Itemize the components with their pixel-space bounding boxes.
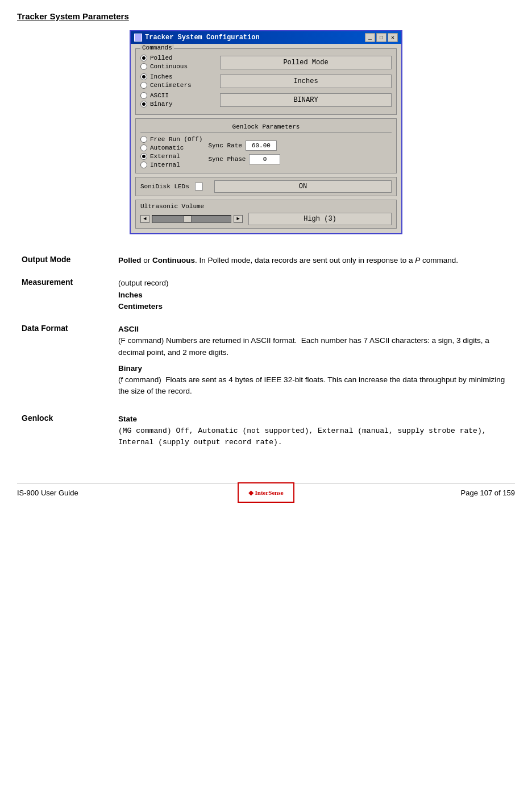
sync-rate-input[interactable] bbox=[246, 140, 277, 151]
genlock-paragraph: State (MG command) Off, Automatic (not s… bbox=[118, 413, 510, 448]
automatic-label: Automatic bbox=[150, 144, 184, 151]
sync-rate-row: Sync Rate bbox=[208, 140, 280, 151]
table-row: Output Mode Polled or Continuous. In Pol… bbox=[17, 251, 515, 274]
footer-right: Page 107 of 159 bbox=[461, 489, 515, 497]
term-output-mode: Output Mode bbox=[17, 251, 114, 274]
table-row: Measurement (output record) Inches Centi… bbox=[17, 274, 515, 320]
ultrasonic-top: Ultrasonic Volume bbox=[140, 203, 392, 210]
slider-track[interactable] bbox=[152, 215, 231, 223]
ascii-radio[interactable] bbox=[140, 92, 147, 99]
genlock-layout: Free Run (Off) Automatic External bbox=[140, 136, 392, 168]
sonidisk-row: SoniDisk LEDs ON bbox=[135, 177, 397, 196]
ultrasonic-label: Ultrasonic Volume bbox=[140, 203, 204, 210]
output-mode-section: Polled Continuous Polled Mode bbox=[140, 55, 392, 70]
continuous-label: Continuous bbox=[150, 63, 188, 70]
internal-radio[interactable] bbox=[140, 162, 147, 168]
titlebar-buttons: _ □ ✕ bbox=[365, 33, 398, 42]
term-measurement: Measurement bbox=[17, 274, 114, 320]
polled-option[interactable]: Polled bbox=[140, 55, 209, 61]
sync-rate-label: Sync Rate bbox=[208, 142, 242, 149]
centimeters-bold: Centimeters bbox=[118, 302, 163, 311]
content-table: Output Mode Polled or Continuous. In Pol… bbox=[17, 251, 515, 461]
genlock-title: Genlock Parameters bbox=[140, 123, 392, 133]
ultrasonic-controls: ◄ ► High (3) bbox=[140, 213, 392, 225]
table-row: Genlock State (MG command) Off, Automati… bbox=[17, 410, 515, 461]
footer-center: ◆ InterSense bbox=[238, 482, 294, 503]
desc-measurement: (output record) Inches Centimeters bbox=[114, 274, 515, 320]
polled-label: Polled bbox=[150, 55, 173, 61]
internal-option[interactable]: Internal bbox=[140, 162, 202, 168]
binary-label: Binary bbox=[150, 101, 173, 107]
freerun-label: Free Run (Off) bbox=[150, 136, 202, 143]
automatic-radio[interactable] bbox=[140, 144, 147, 151]
measurement-options: Inches Centimeters bbox=[140, 73, 209, 89]
data-format-options: ASCII Binary bbox=[140, 92, 209, 107]
page-footer: IS-900 User Guide ◆ InterSense Page 107 … bbox=[17, 483, 515, 497]
slider-container: ◄ ► bbox=[140, 215, 243, 223]
desc-data-format: ASCII (F command) Numbers are returned i… bbox=[114, 320, 515, 410]
continuous-option[interactable]: Continuous bbox=[140, 63, 209, 70]
dialog-icon bbox=[134, 34, 142, 42]
binary-paragraph: Binary (f command) Floats are sent as 4 … bbox=[118, 363, 510, 398]
sonidisk-display: ON bbox=[214, 180, 392, 193]
measurement-section: Inches Centimeters Inches bbox=[140, 73, 392, 89]
sync-phase-input[interactable] bbox=[249, 154, 280, 164]
continuous-radio[interactable] bbox=[140, 63, 147, 70]
term-data-format: Data Format bbox=[17, 320, 114, 410]
titlebar-left: Tracker System Configuration bbox=[134, 34, 260, 42]
ascii-label: ASCII bbox=[150, 92, 169, 99]
table-row: Data Format ASCII (F command) Numbers ar… bbox=[17, 320, 515, 410]
centimeters-option[interactable]: Centimeters bbox=[140, 82, 209, 89]
commands-group: Commands Polled Continuous bbox=[135, 48, 397, 115]
minimize-button[interactable]: _ bbox=[365, 33, 375, 42]
dialog-wrapper: Tracker System Configuration _ □ ✕ Comma… bbox=[17, 30, 515, 234]
footer-logo: ◆ InterSense bbox=[238, 482, 294, 503]
inches-option[interactable]: Inches bbox=[140, 73, 209, 80]
external-label: External bbox=[150, 153, 180, 160]
content-section: Output Mode Polled or Continuous. In Pol… bbox=[17, 251, 515, 461]
slider-left-arrow[interactable]: ◄ bbox=[140, 215, 149, 223]
ascii-option[interactable]: ASCII bbox=[140, 92, 209, 99]
binary-option[interactable]: Binary bbox=[140, 101, 209, 107]
slider-thumb[interactable] bbox=[184, 216, 192, 222]
data-format-section: ASCII Binary BINARY bbox=[140, 92, 392, 107]
sync-phase-row: Sync Phase bbox=[208, 154, 280, 164]
automatic-option[interactable]: Automatic bbox=[140, 144, 202, 151]
inches-label: Inches bbox=[150, 73, 173, 80]
data-format-display: BINARY bbox=[220, 93, 392, 107]
page-heading: Tracker System Parameters bbox=[17, 11, 515, 21]
maximize-button[interactable]: □ bbox=[376, 33, 386, 42]
sync-phase-label: Sync Phase bbox=[208, 156, 246, 163]
genlock-options: Free Run (Off) Automatic External bbox=[140, 136, 202, 168]
inches-radio-dot bbox=[142, 75, 146, 78]
footer-left: IS-900 User Guide bbox=[17, 489, 78, 497]
polled-bold: Polled bbox=[118, 256, 142, 264]
freerun-option[interactable]: Free Run (Off) bbox=[140, 136, 202, 143]
close-button[interactable]: ✕ bbox=[388, 33, 398, 42]
polled-radio-dot bbox=[142, 56, 146, 60]
state-bold: State bbox=[118, 415, 137, 423]
commands-group-label: Commands bbox=[140, 44, 174, 51]
binary-radio[interactable] bbox=[140, 101, 147, 107]
external-radio[interactable] bbox=[140, 153, 147, 160]
slider-right-arrow[interactable]: ► bbox=[234, 215, 243, 223]
inches-radio[interactable] bbox=[140, 73, 147, 80]
p-command: P bbox=[415, 256, 420, 264]
genlock-sync: Sync Rate Sync Phase bbox=[208, 136, 280, 168]
dialog-titlebar: Tracker System Configuration _ □ ✕ bbox=[131, 31, 401, 44]
centimeters-radio[interactable] bbox=[140, 82, 147, 89]
binary-bold: Binary bbox=[118, 364, 142, 373]
sonidisk-label: SoniDisk LEDs bbox=[140, 183, 189, 190]
ascii-paragraph: ASCII (F command) Numbers are returned i… bbox=[118, 324, 510, 358]
internal-label: Internal bbox=[150, 162, 180, 168]
dialog-content: Commands Polled Continuous bbox=[131, 44, 401, 233]
external-option[interactable]: External bbox=[140, 153, 202, 160]
sonidisk-checkbox[interactable] bbox=[195, 183, 203, 191]
binary-radio-dot bbox=[142, 102, 146, 106]
centimeters-label: Centimeters bbox=[150, 82, 192, 89]
output-mode-display: Polled Mode bbox=[220, 56, 392, 69]
polled-radio[interactable] bbox=[140, 55, 147, 61]
desc-genlock: State (MG command) Off, Automatic (not s… bbox=[114, 410, 515, 461]
term-genlock: Genlock bbox=[17, 410, 114, 461]
freerun-radio[interactable] bbox=[140, 136, 147, 143]
